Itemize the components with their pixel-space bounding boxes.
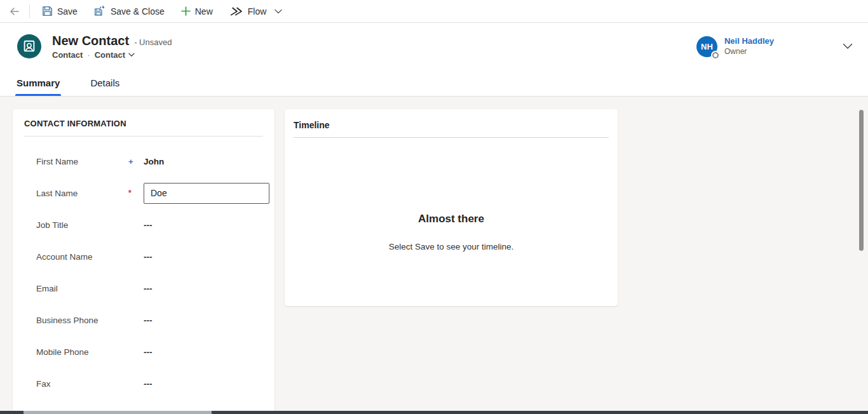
timeline-card: Timeline Almost there Select Save to see… xyxy=(285,109,618,306)
field-marker: + xyxy=(128,157,144,166)
field-row: Business Phone --- xyxy=(13,304,275,336)
field-value[interactable]: --- xyxy=(144,347,153,357)
save-button-label: Save xyxy=(57,6,78,17)
horizontal-scrollbar-thumb[interactable] xyxy=(24,411,212,414)
new-button-label: New xyxy=(195,6,213,17)
field-value[interactable]: John xyxy=(144,157,164,166)
breadcrumb: Contact · Contact xyxy=(52,50,172,60)
owner-name-link[interactable]: Neil Haddley xyxy=(724,36,774,46)
save-and-close-button[interactable]: Save & Close xyxy=(86,0,173,22)
owner-role-label: Owner xyxy=(724,47,774,57)
vertical-scrollbar-thumb[interactable] xyxy=(859,110,864,251)
entity-type-label[interactable]: Contact xyxy=(52,50,83,60)
flow-icon xyxy=(229,7,243,16)
unsaved-status: - Unsaved xyxy=(134,37,172,47)
timeline-empty-heading: Almost there xyxy=(285,213,618,225)
form-tabs: Summary Details xyxy=(0,70,868,97)
form-selector-label: Contact xyxy=(95,50,125,60)
timeline-empty-state: Almost there Select Save to see your tim… xyxy=(285,213,618,251)
field-label: Last Name xyxy=(36,189,128,198)
form-body: CONTACT INFORMATION First Name + John La… xyxy=(0,97,868,414)
owner-block: NH Neil Haddley Owner xyxy=(696,36,853,57)
chevron-down-icon xyxy=(128,53,135,57)
flow-button[interactable]: Flow xyxy=(221,0,275,22)
timeline-title: Timeline xyxy=(285,109,618,137)
arrow-left-icon xyxy=(10,7,20,16)
field-label: Email xyxy=(36,284,128,293)
field-row: Mobile Phone --- xyxy=(13,336,275,368)
field-row: Job Title --- xyxy=(13,209,275,241)
field-value[interactable]: --- xyxy=(144,316,153,325)
command-bar: Save Save & Close New xyxy=(0,0,868,23)
commandbar-divider xyxy=(29,4,30,18)
tab-details[interactable]: Details xyxy=(89,77,121,96)
plus-icon xyxy=(181,6,191,16)
field-label: Mobile Phone xyxy=(36,347,128,357)
save-icon xyxy=(42,6,53,17)
timeline-empty-message: Select Save to see your timeline. xyxy=(285,242,618,251)
field-row: Email --- xyxy=(13,272,275,304)
breadcrumb-separator: · xyxy=(87,50,90,60)
flow-button-label: Flow xyxy=(248,6,267,17)
section-divider xyxy=(294,137,609,138)
owner-avatar[interactable]: NH xyxy=(696,36,717,57)
chevron-down-icon xyxy=(275,9,282,14)
record-header: New Contact - Unsaved Contact · Contact xyxy=(0,23,868,70)
flow-dropdown-chevron[interactable] xyxy=(275,9,287,14)
avatar-initials: NH xyxy=(701,42,713,51)
field-value[interactable]: --- xyxy=(144,379,153,389)
contact-information-card: CONTACT INFORMATION First Name + John La… xyxy=(13,109,275,414)
contact-entity-icon xyxy=(17,34,41,58)
header-collapse-chevron[interactable] xyxy=(843,43,853,50)
field-row: First Name + John xyxy=(13,145,275,177)
field-label: Fax xyxy=(36,379,128,389)
dynamics-contact-form: Save Save & Close New xyxy=(0,0,868,414)
field-value[interactable]: --- xyxy=(144,220,153,230)
new-button[interactable]: New xyxy=(173,0,221,22)
back-button[interactable] xyxy=(0,0,29,22)
field-row: Fax --- xyxy=(13,368,275,399)
field-marker: * xyxy=(128,189,144,197)
tab-summary[interactable]: Summary xyxy=(15,77,61,96)
field-input[interactable] xyxy=(144,183,269,204)
field-label: Business Phone xyxy=(36,316,128,325)
contact-fields: First Name + John Last Name * Job Title … xyxy=(13,137,275,414)
chevron-down-icon xyxy=(843,43,853,50)
page-title: New Contact xyxy=(52,34,129,48)
field-label: First Name xyxy=(36,157,128,166)
horizontal-scrollbar[interactable] xyxy=(0,411,868,414)
field-value[interactable]: --- xyxy=(144,284,153,293)
contact-information-title: CONTACT INFORMATION xyxy=(13,109,275,136)
field-row: Last Name * xyxy=(13,177,275,209)
form-selector[interactable]: Contact xyxy=(95,50,135,60)
field-label: Account Name xyxy=(36,252,128,262)
field-value[interactable]: --- xyxy=(144,252,153,262)
field-row: Account Name --- xyxy=(13,241,275,272)
save-and-close-button-label: Save & Close xyxy=(111,6,165,17)
save-button[interactable]: Save xyxy=(34,0,86,22)
field-label: Job Title xyxy=(36,220,128,230)
presence-indicator-icon xyxy=(712,52,719,58)
save-close-icon xyxy=(94,6,106,17)
